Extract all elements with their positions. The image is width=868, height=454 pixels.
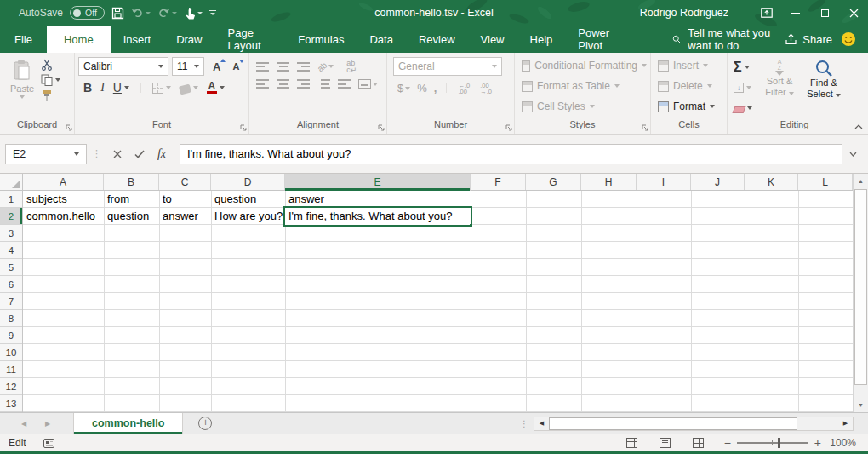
user-name[interactable]: Rodrigo Rodriguez bbox=[640, 7, 728, 19]
insert-function-button[interactable]: fx bbox=[151, 144, 173, 164]
column-header-a[interactable]: A bbox=[23, 174, 104, 190]
name-box[interactable]: E2 bbox=[5, 144, 87, 164]
maximize-button[interactable] bbox=[810, 0, 839, 26]
horizontal-scroll-track[interactable] bbox=[797, 417, 838, 430]
font-dialog-launcher[interactable] bbox=[240, 124, 247, 131]
cell-c1[interactable]: to bbox=[159, 191, 211, 208]
autosum-button[interactable]: Σ bbox=[731, 58, 755, 77]
column-header-f[interactable]: F bbox=[471, 174, 526, 190]
zoom-slider[interactable] bbox=[737, 442, 808, 444]
customize-qat-button[interactable] bbox=[209, 10, 216, 16]
minimize-button[interactable] bbox=[781, 0, 810, 26]
cell-b1[interactable]: from bbox=[104, 191, 159, 208]
italic-button[interactable]: I bbox=[100, 81, 105, 95]
tab-page-layout[interactable]: Page Layout bbox=[215, 26, 286, 53]
tabbar-splitter-grip[interactable]: ⋮ bbox=[515, 413, 534, 434]
row-header-11[interactable]: 11 bbox=[0, 361, 22, 378]
column-header-k[interactable]: K bbox=[745, 174, 798, 190]
tab-power-pivot[interactable]: Power Pivot bbox=[565, 26, 633, 53]
cell-c2[interactable]: answer bbox=[159, 208, 211, 225]
column-header-d[interactable]: D bbox=[211, 174, 285, 190]
cell-b2[interactable]: question bbox=[104, 208, 159, 225]
styles-dialog-launcher[interactable] bbox=[642, 124, 648, 131]
zoom-in-button[interactable]: + bbox=[814, 437, 821, 449]
row-header-13[interactable]: 13 bbox=[0, 395, 22, 412]
row-header-3[interactable]: 3 bbox=[0, 225, 22, 242]
page-break-preview-button[interactable] bbox=[693, 438, 704, 448]
column-header-l[interactable]: L bbox=[798, 174, 853, 190]
tab-data[interactable]: Data bbox=[357, 26, 405, 53]
column-header-b[interactable]: B bbox=[104, 174, 159, 190]
scroll-left-arrow[interactable]: ◀ bbox=[534, 417, 549, 430]
enter-entry-button[interactable] bbox=[128, 144, 151, 164]
format-cells-button[interactable]: Format bbox=[654, 97, 723, 116]
zoom-level[interactable]: 100% bbox=[827, 437, 856, 449]
scroll-down-arrow[interactable]: ▼ bbox=[854, 398, 868, 412]
horizontal-scrollbar[interactable]: ◀ ▶ bbox=[534, 417, 854, 431]
row-header-4[interactable]: 4 bbox=[0, 242, 22, 259]
previous-sheet-button[interactable]: ◀ bbox=[12, 413, 36, 434]
feedback-button[interactable] bbox=[841, 26, 856, 53]
cancel-entry-button[interactable] bbox=[106, 144, 128, 164]
cell-d1[interactable]: question bbox=[211, 191, 285, 208]
bold-button[interactable]: B bbox=[83, 81, 92, 95]
grow-font-button[interactable]: A bbox=[213, 60, 220, 73]
scroll-right-arrow[interactable]: ▶ bbox=[838, 417, 853, 430]
column-header-j[interactable]: J bbox=[691, 174, 745, 190]
cell-e1[interactable]: answer bbox=[285, 191, 471, 208]
column-header-c[interactable]: C bbox=[159, 174, 211, 190]
formula-input[interactable]: I'm fine, thanks. What about you? bbox=[180, 144, 842, 164]
tell-me-box[interactable]: Tell me what you want to do bbox=[672, 26, 785, 53]
tab-formulas[interactable]: Formulas bbox=[285, 26, 357, 53]
shrink-font-button[interactable]: A bbox=[232, 61, 239, 72]
page-layout-view-button[interactable] bbox=[660, 438, 671, 448]
tab-draw[interactable]: Draw bbox=[163, 26, 214, 53]
column-header-g[interactable]: G bbox=[526, 174, 581, 190]
find-select-button[interactable]: Find & Select bbox=[804, 57, 843, 118]
clear-button[interactable] bbox=[731, 99, 755, 118]
row-header-9[interactable]: 9 bbox=[0, 327, 22, 344]
normal-view-button[interactable] bbox=[626, 438, 637, 448]
horizontal-scroll-thumb[interactable] bbox=[549, 417, 797, 430]
autosave-toggle[interactable]: Off bbox=[70, 6, 105, 20]
tab-review[interactable]: Review bbox=[406, 26, 468, 53]
column-header-h[interactable]: H bbox=[581, 174, 637, 190]
font-name-combo[interactable]: Calibri bbox=[78, 57, 168, 76]
row-header-5[interactable]: 5 bbox=[0, 259, 22, 276]
cells-area[interactable]: subjects from to question answer common.… bbox=[23, 191, 853, 412]
row-header-1[interactable]: 1 bbox=[0, 191, 22, 208]
vertical-scroll-thumb[interactable] bbox=[854, 189, 867, 385]
zoom-slider-thumb[interactable] bbox=[778, 438, 780, 448]
copy-button[interactable] bbox=[41, 74, 60, 86]
tab-home[interactable]: Home bbox=[47, 26, 111, 53]
scroll-up-arrow[interactable]: ▲ bbox=[854, 174, 868, 188]
cell-a2[interactable]: common.hello bbox=[23, 208, 104, 225]
touch-mouse-mode-button[interactable] bbox=[184, 7, 203, 20]
cell-e2-editing[interactable]: I'm fine, thanks. What about you? bbox=[283, 206, 472, 227]
alignment-dialog-launcher[interactable] bbox=[378, 124, 385, 131]
column-header-i[interactable]: I bbox=[637, 174, 691, 190]
font-size-combo[interactable]: 11 bbox=[172, 57, 204, 76]
column-header-e[interactable]: E bbox=[285, 174, 471, 191]
format-painter-button[interactable] bbox=[41, 89, 60, 101]
number-dialog-launcher[interactable] bbox=[505, 124, 512, 131]
fill-handle[interactable] bbox=[469, 223, 472, 227]
vertical-scrollbar[interactable]: ▲ ▼ bbox=[853, 174, 868, 412]
row-header-6[interactable]: 6 bbox=[0, 276, 22, 293]
expand-formula-bar-button[interactable] bbox=[842, 152, 863, 157]
select-all-button[interactable] bbox=[0, 174, 23, 191]
tab-view[interactable]: View bbox=[468, 26, 517, 53]
sheet-tab-common-hello[interactable]: common-hello bbox=[73, 413, 183, 434]
tab-help[interactable]: Help bbox=[517, 26, 566, 53]
underline-button[interactable]: U bbox=[113, 81, 129, 95]
row-header-7[interactable]: 7 bbox=[0, 293, 22, 310]
collapse-ribbon-button[interactable] bbox=[854, 124, 863, 129]
zoom-out-button[interactable]: − bbox=[724, 437, 731, 449]
row-header-8[interactable]: 8 bbox=[0, 310, 22, 327]
tab-insert[interactable]: Insert bbox=[111, 26, 164, 53]
cell-a1[interactable]: subjects bbox=[23, 191, 104, 208]
save-button[interactable] bbox=[111, 7, 124, 20]
row-header-12[interactable]: 12 bbox=[0, 378, 22, 395]
cut-button[interactable] bbox=[41, 59, 60, 71]
row-header-10[interactable]: 10 bbox=[0, 344, 22, 361]
